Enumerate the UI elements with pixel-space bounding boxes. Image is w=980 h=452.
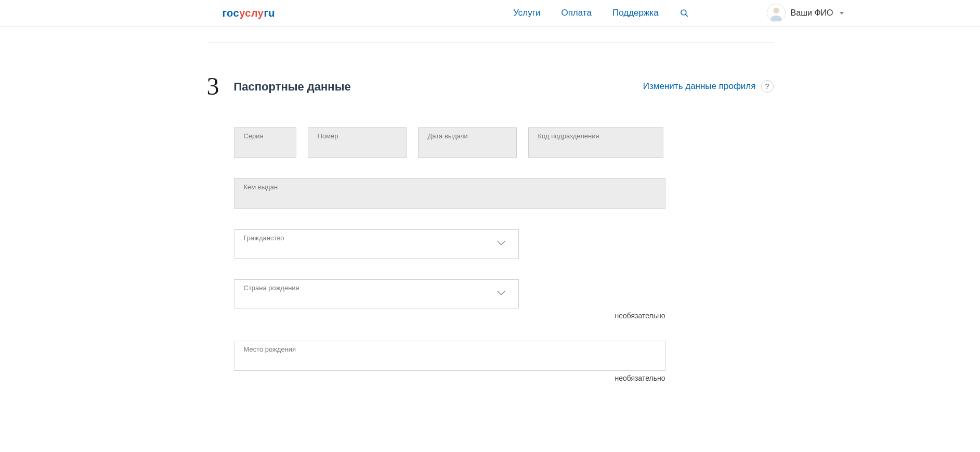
user-menu[interactable]: Ваши ФИО	[767, 4, 844, 22]
passport-form: Серия Номер Дата выдачи Код подразделени…	[234, 127, 774, 382]
issued-by-input	[244, 192, 656, 205]
birth-place-optional-hint: необязательно	[234, 374, 665, 382]
dept-code-label: Код подразделения	[538, 132, 599, 140]
issued-by-label: Кем выдан	[244, 183, 278, 191]
citizenship-value	[244, 242, 509, 255]
birth-country-label: Страна рождения	[244, 284, 299, 292]
number-field: Номер	[308, 127, 407, 158]
avatar	[767, 4, 786, 22]
birth-country-optional-hint: необязательно	[234, 312, 665, 320]
section-divider	[207, 42, 774, 43]
nav-support[interactable]: Поддержка	[612, 8, 659, 18]
series-label: Серия	[244, 132, 264, 140]
logo-part-uslu: услу	[239, 7, 264, 19]
issue-date-label: Дата выдачи	[428, 132, 468, 140]
issue-date-input	[428, 141, 507, 154]
section-title: Паспортные данные	[234, 74, 351, 94]
number-input	[318, 141, 397, 154]
dept-code-input	[538, 141, 654, 154]
nav-payment[interactable]: Оплата	[561, 8, 591, 18]
birth-place-label: Место рождения	[244, 345, 296, 353]
chevron-down-icon	[840, 12, 844, 15]
main-header: госуслугu Услуги Оплата Поддержка Ваши Ф…	[0, 0, 980, 27]
section-header: 3 Паспортные данные Изменить данные проф…	[207, 74, 774, 99]
birth-place-field[interactable]: Место рождения	[234, 341, 665, 371]
main-nav: Услуги Оплата Поддержка	[513, 8, 688, 18]
birth-country-select[interactable]: Страна рождения	[234, 279, 519, 308]
svg-point-2	[773, 8, 779, 14]
logo[interactable]: госуслугu	[223, 7, 276, 19]
logo-part-gi: гu	[264, 7, 275, 19]
citizenship-select[interactable]: Гражданство	[234, 229, 519, 259]
search-icon	[680, 8, 689, 18]
dept-code-field: Код подразделения	[528, 127, 663, 158]
help-badge[interactable]: ?	[761, 80, 774, 93]
logo-part-gos: гос	[223, 7, 240, 19]
birth-country-value	[244, 292, 509, 305]
svg-line-1	[685, 15, 687, 17]
nav-services[interactable]: Услуги	[513, 8, 540, 18]
series-input	[244, 141, 286, 154]
user-name-label: Ваши ФИО	[791, 8, 833, 18]
edit-profile-link[interactable]: Изменить данные профиля	[643, 81, 756, 92]
citizenship-label: Гражданство	[244, 234, 284, 242]
step-number: 3	[207, 74, 234, 99]
series-field: Серия	[234, 127, 296, 158]
number-label: Номер	[318, 132, 338, 140]
issue-date-field: Дата выдачи	[418, 127, 517, 158]
search-button[interactable]	[680, 8, 689, 18]
avatar-icon	[767, 4, 785, 22]
svg-point-0	[681, 10, 686, 15]
birth-place-input[interactable]	[244, 355, 656, 367]
issued-by-field: Кем выдан	[234, 178, 665, 209]
